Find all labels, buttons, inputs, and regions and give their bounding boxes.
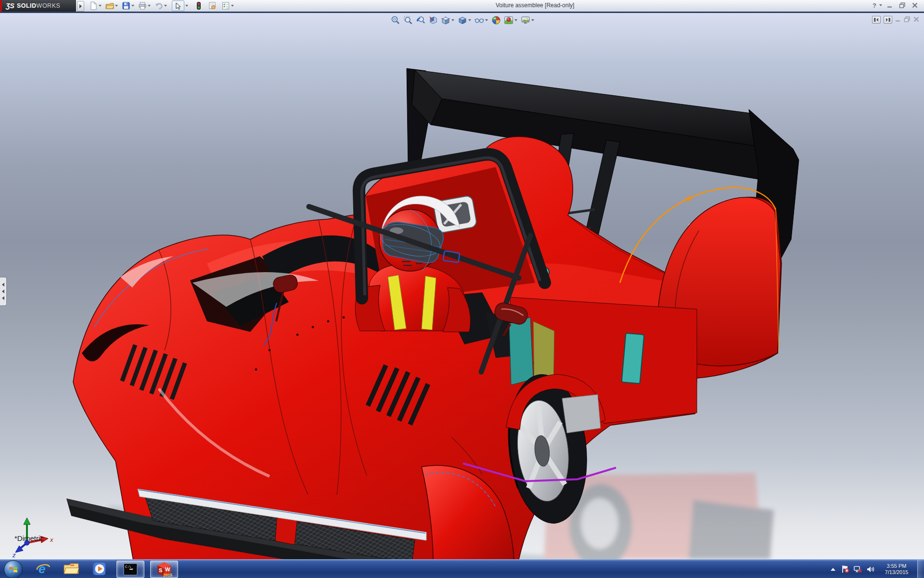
- zoom-to-fit-icon[interactable]: [391, 15, 400, 25]
- tray-date: 7/13/2015: [880, 569, 913, 576]
- save-caret[interactable]: [131, 1, 135, 10]
- show-desktop-button[interactable]: [917, 560, 924, 578]
- open-caret[interactable]: [115, 1, 118, 10]
- taskbar-media-player[interactable]: [88, 561, 111, 577]
- minimize-icon[interactable]: [885, 1, 895, 10]
- previous-view-icon[interactable]: [416, 15, 425, 25]
- windows-flag-icon: [9, 565, 18, 574]
- start-button[interactable]: [4, 560, 23, 578]
- tray-clock[interactable]: 3:55 PM 7/13/2015: [880, 563, 913, 576]
- model-car-3d-view[interactable]: [0, 13, 924, 559]
- view-settings-icon[interactable]: [521, 15, 530, 25]
- restore-icon[interactable]: [897, 1, 908, 10]
- logo-mark: ƷS: [6, 2, 14, 10]
- doc-minimize-icon[interactable]: [895, 15, 901, 24]
- hide-show-items-caret[interactable]: [484, 15, 488, 25]
- zoom-to-area-icon[interactable]: [403, 15, 413, 25]
- select-cursor-icon: [175, 2, 181, 10]
- triad-x-label: x: [50, 536, 53, 543]
- graphics-area[interactable]: x z *Dimetric: [0, 13, 924, 559]
- select-tool[interactable]: [172, 0, 184, 11]
- close-icon[interactable]: [910, 1, 920, 10]
- view-settings-caret[interactable]: [530, 15, 535, 25]
- hide-show-items-icon[interactable]: [475, 15, 484, 25]
- select-caret[interactable]: [185, 1, 189, 10]
- undo-icon[interactable]: [154, 1, 163, 10]
- view-orientation-caret[interactable]: [450, 15, 455, 25]
- action-center-flag-icon[interactable]: [841, 565, 849, 573]
- solidworks-logo: ƷS SOLIDWORKS: [0, 0, 76, 12]
- traffic-light-icon[interactable]: [194, 1, 203, 10]
- print-caret[interactable]: [147, 1, 151, 10]
- volume-icon[interactable]: [867, 565, 875, 573]
- system-tray: 3:55 PM 7/13/2015: [828, 560, 924, 578]
- document-title: Voiture assemblee [Read-only]: [496, 2, 574, 9]
- show-hidden-icons[interactable]: [831, 568, 835, 571]
- new-document-icon[interactable]: [89, 1, 98, 10]
- help-caret[interactable]: [879, 1, 883, 10]
- windows-taskbar: e C:\_ S W 2015 3:55 PM 7/13/2015: [0, 559, 924, 578]
- svg-text:2015: 2015: [163, 573, 172, 577]
- taskbar-solidworks[interactable]: S W 2015: [150, 561, 178, 578]
- taskbar-command-prompt[interactable]: C:\_: [116, 561, 144, 578]
- taskbar-internet-explorer[interactable]: e: [32, 561, 55, 577]
- triad-z-label: z: [12, 552, 16, 558]
- open-icon[interactable]: [105, 1, 114, 10]
- edit-appearance-icon[interactable]: [491, 15, 501, 25]
- tray-time: 3:55 PM: [880, 563, 913, 569]
- view-orientation-label: *Dimetric: [14, 534, 44, 542]
- menu-expand-tab[interactable]: [77, 1, 84, 12]
- display-style-icon[interactable]: [458, 15, 467, 25]
- side-window[interactable]: [622, 333, 644, 384]
- network-disconnected-icon[interactable]: [854, 565, 862, 573]
- doc-close-icon[interactable]: [913, 15, 919, 24]
- heads-up-view-toolbar: [388, 15, 535, 25]
- options-caret[interactable]: [231, 1, 234, 10]
- feature-pane-right-icon[interactable]: [884, 16, 892, 24]
- svg-text:e: e: [38, 562, 45, 576]
- taskbar-windows-explorer[interactable]: [60, 561, 83, 577]
- sill-panel[interactable]: [562, 394, 601, 433]
- window-controls: ?: [873, 1, 920, 10]
- help-icon[interactable]: ?: [873, 2, 876, 9]
- undo-caret[interactable]: [164, 1, 167, 10]
- document-window-controls: [872, 15, 919, 24]
- display-style-caret[interactable]: [467, 15, 472, 25]
- view-orientation-icon[interactable]: [441, 15, 450, 25]
- feature-pane-left-icon[interactable]: [872, 16, 881, 24]
- svg-text:W: W: [165, 566, 170, 572]
- print-icon[interactable]: [138, 1, 147, 10]
- new-document-caret[interactable]: [98, 1, 102, 10]
- selection-cross-marker: [684, 195, 692, 203]
- rebuild-note-icon[interactable]: [208, 1, 217, 10]
- title-bar: ƷS SOLIDWORKS Voiture assemblee [Read-on…: [0, 0, 924, 13]
- section-view-icon[interactable]: [428, 15, 438, 25]
- options-checklist-icon[interactable]: [221, 1, 230, 10]
- apply-scene-caret[interactable]: [513, 15, 518, 25]
- red-accent-strip: [0, 0, 2, 12]
- svg-text:C:\_: C:\_: [125, 565, 134, 569]
- svg-text:S: S: [159, 567, 162, 573]
- doc-restore-icon[interactable]: [904, 15, 911, 24]
- quick-access-toolbar: [86, 0, 234, 12]
- apply-scene-icon[interactable]: [504, 15, 513, 25]
- panel-collapse-tab[interactable]: [0, 277, 7, 306]
- save-icon[interactable]: [122, 1, 130, 10]
